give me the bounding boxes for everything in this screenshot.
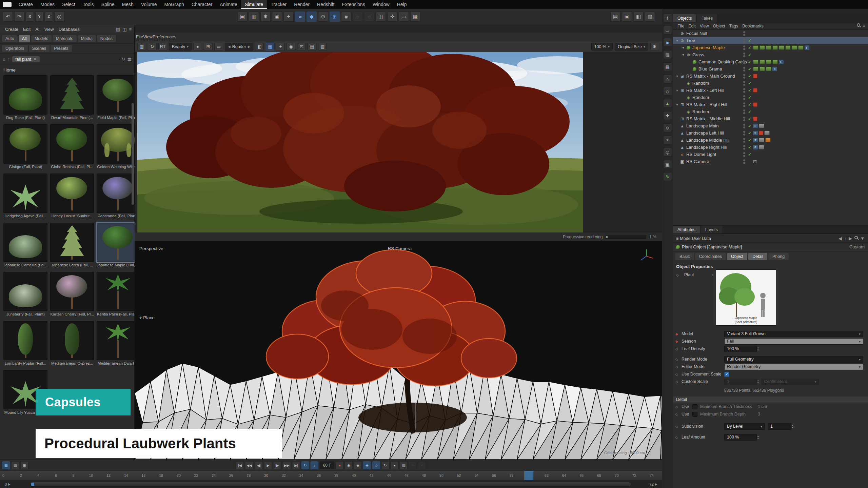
model-mode-icon[interactable]: ■ bbox=[663, 38, 672, 47]
disabled-icon[interactable]: ○ bbox=[409, 461, 417, 469]
menu-simulate[interactable]: Simulate bbox=[241, 0, 267, 9]
minimize-icon[interactable]: ▦ bbox=[2, 461, 10, 469]
grid-icon[interactable]: ⊞ bbox=[330, 12, 340, 22]
keyframe-icon[interactable]: ◆ bbox=[354, 461, 362, 469]
render-visibility-dot[interactable] bbox=[743, 134, 745, 136]
goto-end-icon[interactable]: ▶| bbox=[292, 461, 300, 469]
object-row[interactable]: ▾⊞RS Matrix - Main Ground✓ bbox=[673, 73, 868, 80]
enabled-toggle[interactable]: ✓ bbox=[747, 95, 752, 100]
editor-visibility-dot[interactable] bbox=[743, 81, 745, 83]
capture-icon[interactable]: ▣ bbox=[663, 160, 672, 169]
world-icon[interactable]: ◎ bbox=[54, 12, 64, 22]
enabled-toggle[interactable]: ✓ bbox=[747, 124, 752, 128]
f-tag[interactable]: F bbox=[753, 124, 758, 128]
render-visibility-dot[interactable] bbox=[743, 105, 745, 107]
object-row[interactable]: ▾Japanese Maple✓F bbox=[673, 44, 868, 51]
asset-subtab-scenes[interactable]: Scenes bbox=[29, 45, 50, 52]
loop-icon[interactable]: ↻ bbox=[301, 461, 310, 469]
asset-item[interactable]: Mediterranean Dwarf ... bbox=[97, 321, 139, 367]
object-row[interactable]: ▾⊕Grass✓ bbox=[673, 51, 868, 58]
menu-volume[interactable]: Volume bbox=[137, 0, 161, 9]
editor-visibility-dot[interactable] bbox=[743, 117, 745, 119]
expand-icon[interactable]: ▾ bbox=[675, 103, 679, 106]
asset-scrollbar[interactable] bbox=[132, 103, 134, 205]
keyframe-dot[interactable]: ◇ bbox=[675, 365, 682, 369]
next-icon[interactable]: ▶ bbox=[248, 45, 251, 48]
enabled-toggle[interactable]: ✓ bbox=[747, 60, 752, 64]
render-visibility-dot[interactable] bbox=[743, 119, 745, 121]
asset-item[interactable]: Juneberry (Fall, Plant) bbox=[3, 272, 47, 318]
editor-visibility-dot[interactable] bbox=[743, 67, 745, 69]
clear-search-icon[interactable]: ✕ bbox=[34, 57, 37, 61]
material-chip[interactable] bbox=[753, 67, 758, 71]
redo-icon[interactable]: ↷ bbox=[14, 12, 24, 22]
keyframe-dot[interactable]: ◇ bbox=[675, 380, 682, 384]
menu-modes[interactable]: Modes bbox=[37, 0, 58, 9]
expand-icon[interactable]: ▾ bbox=[675, 39, 679, 42]
object-row[interactable]: ▲Landscape Main✓F bbox=[673, 122, 868, 129]
dropdown-field[interactable]: Centimeters▾ bbox=[762, 379, 819, 385]
sound-icon[interactable]: ♪ bbox=[311, 461, 319, 469]
timeline-ruler[interactable]: 0246810121416182022242628303234363840424… bbox=[0, 471, 662, 480]
search-icon[interactable] bbox=[854, 236, 858, 239]
spinner[interactable]: ▴▾ bbox=[757, 346, 759, 351]
capsule-icon[interactable]: ▭ bbox=[399, 12, 409, 22]
tab-layers[interactable]: Layers bbox=[701, 226, 723, 233]
asset-item[interactable]: Dog-Rose (Fall, Plant) bbox=[3, 75, 47, 121]
editor-visibility-dot[interactable] bbox=[743, 145, 745, 147]
app-logo-icon[interactable] bbox=[3, 2, 12, 7]
material-chip[interactable] bbox=[759, 124, 764, 128]
menu-window[interactable]: Window bbox=[369, 0, 393, 9]
zoom-dropdown[interactable]: 100 % ▾ bbox=[591, 43, 613, 50]
content-icon[interactable]: ▩ bbox=[645, 12, 655, 22]
enabled-toggle[interactable]: ✓ bbox=[747, 131, 752, 136]
asset-subtab-presets[interactable]: Presets bbox=[51, 45, 72, 52]
dropdown-field[interactable]: By Level▾ bbox=[724, 423, 765, 430]
gear-icon[interactable]: ✱ bbox=[650, 43, 659, 51]
section-tab-detail[interactable]: Detail bbox=[748, 253, 767, 260]
rv-menu-preferences[interactable]: Preferences bbox=[153, 34, 176, 39]
enabled-toggle[interactable]: ✓ bbox=[747, 88, 752, 93]
keyframe-dot[interactable]: ◇ bbox=[675, 347, 682, 351]
dropdown-field[interactable]: Variant 3 Full-Grown▾ bbox=[724, 331, 863, 337]
refresh-icon[interactable]: ↻ bbox=[121, 57, 125, 62]
render-settings-icon[interactable]: ✱ bbox=[260, 12, 271, 22]
enabled-toggle[interactable]: ✓ bbox=[747, 45, 752, 50]
redshift-icon[interactable]: ◆ bbox=[307, 12, 317, 22]
f-tag[interactable]: F bbox=[772, 67, 777, 71]
prev-frame-icon[interactable]: ◀| bbox=[255, 461, 263, 469]
window-icon[interactable]: ◫ bbox=[122, 27, 126, 32]
object-row[interactable]: ◈Random✓ bbox=[673, 94, 868, 101]
render-visibility-dot[interactable] bbox=[743, 126, 745, 128]
keyframe-dot[interactable]: ◆ bbox=[675, 340, 682, 343]
menu-mograph[interactable]: MoGraph bbox=[161, 0, 188, 9]
object-row[interactable]: ▾⊞RS Matrix - Right Hill✓ bbox=[673, 101, 868, 108]
render-visibility-dot[interactable] bbox=[743, 91, 745, 93]
enabled-toggle[interactable]: ✓ bbox=[747, 67, 752, 72]
asset-item[interactable]: Honey Locust 'Sunbur... bbox=[50, 174, 94, 219]
home-icon[interactable]: ⌂ bbox=[3, 57, 5, 62]
objects-menu-bookmarks[interactable]: Bookmarks bbox=[740, 24, 766, 28]
spline-pen-icon[interactable]: ✎ bbox=[663, 172, 672, 181]
editor-visibility-dot[interactable] bbox=[743, 45, 745, 47]
material-chip[interactable] bbox=[772, 60, 778, 64]
menu-tracker[interactable]: Tracker bbox=[267, 0, 290, 9]
enabled-toggle[interactable]: ✓ bbox=[747, 145, 752, 150]
material-chip[interactable] bbox=[760, 45, 765, 50]
tab-takes[interactable]: Takes bbox=[697, 14, 718, 22]
enabled-toggle[interactable]: ✓ bbox=[747, 74, 752, 79]
render-visibility-dot[interactable] bbox=[743, 84, 745, 86]
keyframe-dot[interactable]: ◆ bbox=[675, 332, 682, 336]
redshift-tag-icon[interactable] bbox=[753, 117, 757, 121]
menu-create[interactable]: Create bbox=[15, 0, 37, 9]
checkbox-checked[interactable]: ✓ bbox=[724, 372, 729, 377]
editor-visibility-dot[interactable] bbox=[743, 74, 745, 76]
material-chip[interactable] bbox=[759, 138, 764, 142]
rotation-key-icon[interactable]: ↻ bbox=[381, 461, 390, 469]
expander-icon[interactable]: › bbox=[712, 272, 714, 277]
menu-select[interactable]: Select bbox=[58, 0, 79, 9]
pass-dropdown[interactable]: Beauty ▾ bbox=[169, 43, 192, 50]
material-chip[interactable] bbox=[766, 45, 771, 50]
asset-tab-materials[interactable]: Materials bbox=[53, 35, 77, 42]
range-start-handle[interactable] bbox=[31, 483, 34, 486]
